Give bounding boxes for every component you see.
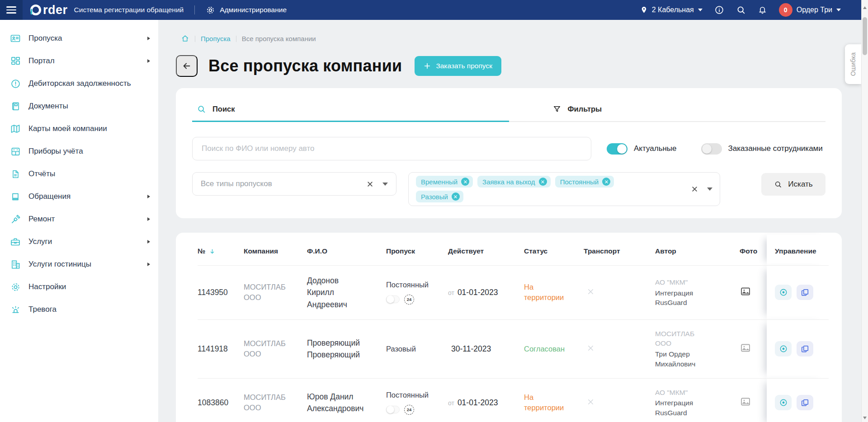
copy-button[interactable] [797, 341, 813, 356]
photo-icon[interactable] [740, 286, 751, 297]
view-button[interactable] [775, 341, 792, 356]
breadcrumb-passes-link[interactable]: Пропуска [201, 35, 231, 42]
hotel-building-icon [10, 259, 21, 270]
scroll-down-arrow-icon[interactable] [863, 417, 867, 419]
chip-single: Разовый [416, 191, 463, 202]
hamburger-menu-button[interactable] [0, 0, 23, 20]
tab-filters[interactable]: Фильтры [509, 102, 826, 122]
sidebar-item-documents[interactable]: Документы [0, 95, 158, 117]
remove-chip-icon[interactable] [461, 178, 469, 186]
location-selector[interactable]: 2 Кабельная [640, 5, 703, 14]
sidebar-item-services[interactable]: Услуги [0, 230, 158, 253]
valid-date: 01-01-2023 [458, 398, 498, 407]
sidebar-item-passes[interactable]: Пропуска [0, 27, 158, 50]
table-header-row: № Компания Ф.И.О Пропуск Действует Стату… [198, 234, 829, 266]
remove-chip-icon[interactable] [602, 178, 610, 186]
sidebar-item-hotel-services[interactable]: Услуги гостиницы [0, 253, 158, 276]
table-row[interactable]: 1083860 МОСИТЛАБ ООО Юров Данил Александ… [198, 378, 829, 422]
info-button[interactable] [714, 5, 724, 15]
sidebar-item-requests[interactable]: Обращения [0, 185, 158, 208]
pass-toggle[interactable] [386, 295, 400, 303]
page-scrollbar[interactable] [861, 0, 868, 422]
sidebar-item-repair[interactable]: Ремонт [0, 208, 158, 230]
notifications-bell-button[interactable] [758, 5, 767, 15]
remove-chip-icon[interactable] [539, 178, 547, 186]
toggle-knob [387, 406, 394, 413]
sidebar-item-meters[interactable]: Приборы учёта [0, 140, 158, 163]
search-input[interactable] [192, 137, 591, 160]
page-header: Все пропуска компании Заказать пропуск [176, 55, 501, 77]
logo-o-icon [29, 3, 43, 17]
error-side-tab[interactable]: Ошибка [845, 44, 861, 84]
copy-button[interactable] [797, 395, 813, 410]
photo-icon[interactable] [740, 396, 751, 407]
home-icon[interactable] [181, 34, 189, 43]
sidebar-item-portal[interactable]: Портал [0, 50, 158, 72]
actual-toggle[interactable]: Актуальные [607, 143, 677, 155]
admin-menu[interactable]: Администрирование [206, 5, 287, 15]
column-management: Управление [767, 234, 829, 266]
sidebar-item-company-maps[interactable]: Карты моей компании [0, 117, 158, 140]
remove-chip-icon[interactable] [452, 192, 460, 201]
copy-button[interactable] [797, 285, 813, 300]
siren-icon [10, 305, 21, 315]
toggle-off-switch[interactable] [701, 143, 722, 155]
pass-type-cell: Постоянный [386, 391, 429, 399]
ordered-by-employees-toggle[interactable]: Заказанные сотрудниками [701, 143, 823, 155]
pass-type-multiselect[interactable]: Временный Заявка на выход Постоянный [408, 172, 720, 206]
pass-type-cell: Разовый [386, 345, 416, 353]
table-row[interactable]: 1141918 МОСИТЛАБ ООО Проверяющий Проверя… [198, 319, 829, 378]
app-logo[interactable]: rder [29, 3, 68, 17]
search-icon [197, 104, 206, 114]
search-button[interactable] [736, 5, 746, 15]
order-pass-button[interactable]: Заказать пропуск [415, 56, 501, 76]
no-transport-icon [584, 344, 595, 352]
back-button[interactable] [176, 55, 198, 77]
company-cell: МОСИТЛАБ ООО [244, 338, 292, 359]
page-title: Все пропуска компании [208, 56, 402, 75]
user-menu[interactable]: 0 Ордер Три [779, 3, 841, 17]
view-button[interactable] [775, 285, 792, 300]
valid-prefix: от [448, 289, 454, 296]
funnel-icon [552, 105, 561, 114]
passes-table: № Компания Ф.И.О Пропуск Действует Стату… [198, 234, 829, 422]
toggle-knob [617, 144, 627, 154]
photo-icon[interactable] [740, 342, 751, 353]
table-row[interactable]: 1143950 МОСИТЛАБ ООО Додонов Кирилл Андр… [198, 266, 829, 320]
chevron-down-icon[interactable] [382, 183, 388, 186]
column-pass: Пропуск [386, 234, 448, 266]
chevron-right-icon [147, 195, 150, 198]
column-status: Статус [524, 234, 584, 266]
status-badge: На территории [524, 282, 570, 303]
status-badge: Согласован [524, 344, 565, 354]
tab-search[interactable]: Поиск [192, 102, 509, 122]
clear-select-icon[interactable] [367, 181, 373, 188]
gear-icon [10, 282, 21, 292]
scrollbar-thumb[interactable] [863, 17, 867, 55]
sidebar-item-reports[interactable]: Отчёты [0, 163, 158, 185]
search-submit-button[interactable]: Искать [761, 173, 826, 196]
pass-toggle[interactable] [386, 406, 400, 413]
pass-type-select[interactable]: Все типы пропусков [192, 172, 396, 196]
hamburger-icon [6, 6, 16, 8]
breadcrumb-separator [236, 36, 236, 42]
chevron-down-icon [836, 9, 841, 11]
chevron-down-icon[interactable] [707, 188, 712, 191]
chevron-right-icon [147, 59, 150, 63]
sidebar-item-alarm[interactable]: Тревога [0, 298, 158, 321]
filters-card: Поиск Фильтры Актуальные Заказанные сотр… [176, 88, 842, 218]
sidebar-item-receivables[interactable]: Дебиторская задолженность [0, 72, 158, 95]
company-cell: МОСИТЛАБ ООО [244, 392, 292, 413]
author-org: МОСИТЛАБ ООО [655, 329, 707, 348]
admin-gear-icon [206, 5, 215, 15]
view-button[interactable] [775, 395, 792, 410]
scroll-up-arrow-icon[interactable] [863, 6, 867, 9]
toggle-on-switch[interactable] [607, 143, 627, 155]
valid-date: 30-11-2023 [451, 344, 491, 353]
grid-icon [10, 56, 21, 66]
chevron-right-icon [147, 217, 150, 221]
plus-icon [424, 62, 431, 70]
sort-desc-icon[interactable] [209, 248, 216, 255]
sidebar-item-settings[interactable]: Настройки [0, 276, 158, 298]
clear-multiselect-icon[interactable] [691, 186, 698, 192]
